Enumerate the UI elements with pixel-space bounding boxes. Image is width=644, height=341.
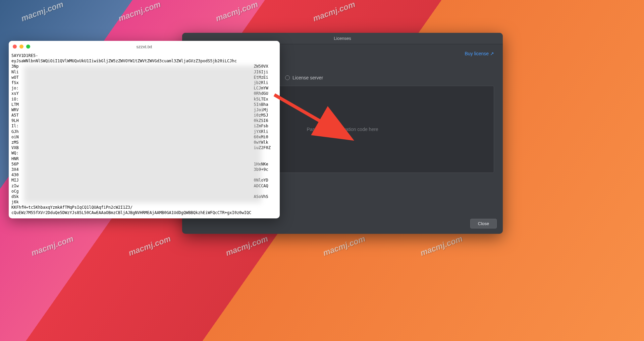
window-close-button[interactable]: [13, 45, 17, 49]
license-server-option[interactable]: License server: [285, 75, 323, 80]
activation-placeholder: Paste or drop activation code here: [307, 127, 378, 132]
window-maximize-button[interactable]: [26, 45, 30, 49]
radio-icon: [285, 75, 290, 80]
textedit-content[interactable]: 5AYV1D1RE5- eyJsaWNlbnNlSWQiOiI1QVlWMUQx…: [9, 52, 280, 218]
license-server-label: License server: [292, 75, 323, 80]
textedit-window: szzxt.txt 5AYV1D1RE5- eyJsaWNlbnNlSWQiOi…: [9, 41, 280, 218]
window-minimize-button[interactable]: [19, 45, 23, 49]
textedit-title: szzxt.txt: [9, 44, 280, 49]
close-button[interactable]: Close: [470, 219, 497, 228]
buy-license-link[interactable]: Buy license: [465, 51, 494, 56]
textedit-titlebar[interactable]: szzxt.txt: [9, 41, 280, 52]
licenses-title: Licenses: [334, 36, 351, 41]
